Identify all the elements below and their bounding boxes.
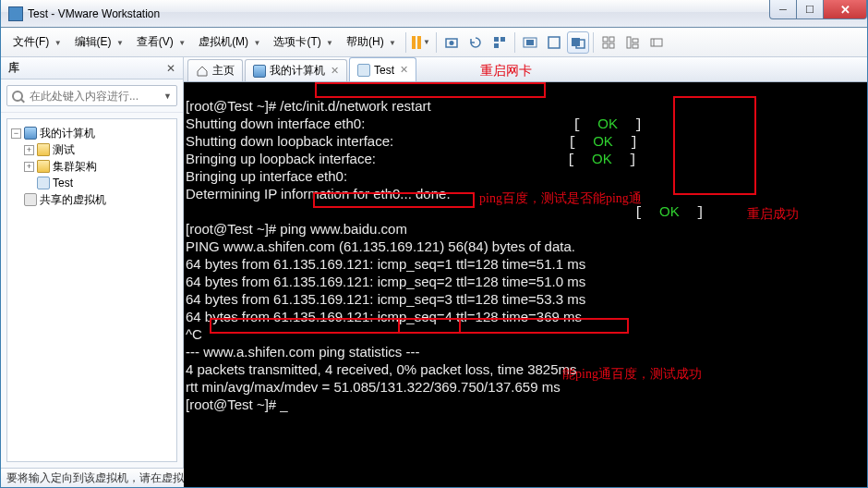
search-input[interactable] xyxy=(30,90,160,103)
menu-help[interactable]: 帮助(H) ▼ xyxy=(340,32,403,52)
sidebar-title: 库 xyxy=(8,60,19,76)
manage-button[interactable] xyxy=(488,31,511,54)
svg-rect-12 xyxy=(603,43,608,48)
annotation-ping: ping百度，测试是否能ping通 xyxy=(479,190,642,206)
svg-rect-10 xyxy=(603,37,608,42)
content-area: 库 ✕ ▼ −我的计算机 +测试 +集群架构 Test 共享的虚拟机 主页 我的… xyxy=(1,57,867,468)
tree-node-test-folder[interactable]: +测试 xyxy=(11,141,173,158)
svg-rect-15 xyxy=(633,39,638,43)
svg-rect-17 xyxy=(651,39,662,46)
search-box[interactable]: ▼ xyxy=(6,85,177,106)
separator xyxy=(436,32,437,53)
svg-rect-16 xyxy=(633,44,638,48)
menu-view[interactable]: 查看(V) ▼ xyxy=(130,32,192,52)
sidebar-header: 库 ✕ xyxy=(1,57,183,79)
app-icon xyxy=(8,6,23,21)
minimize-button[interactable]: ─ xyxy=(769,0,797,19)
svg-rect-6 xyxy=(526,40,534,45)
title-bar: Test - VMware Workstation ─ ☐ ✕ xyxy=(1,0,867,28)
close-icon[interactable]: ✕ xyxy=(400,64,408,76)
menu-bar: 文件(F) ▼ 编辑(E) ▼ 查看(V) ▼ 虚拟机(M) ▼ 选项卡(T) … xyxy=(1,28,867,57)
close-button[interactable]: ✕ xyxy=(823,0,867,19)
chevron-down-icon[interactable]: ▼ xyxy=(163,92,172,101)
tree-node-cluster[interactable]: +集群架构 xyxy=(11,158,173,175)
separator xyxy=(593,32,594,53)
sidebar: 库 ✕ ▼ −我的计算机 +测试 +集群架构 Test 共享的虚拟机 xyxy=(1,57,184,468)
library-tree: −我的计算机 +测试 +集群架构 Test 共享的虚拟机 xyxy=(6,118,177,462)
menu-file[interactable]: 文件(F) ▼ xyxy=(6,32,68,52)
svg-rect-4 xyxy=(494,43,499,48)
annotation-success: 重启成功 xyxy=(747,206,799,222)
menu-edit[interactable]: 编辑(E) ▼ xyxy=(68,32,130,52)
tab-mypc[interactable]: 我的计算机✕ xyxy=(245,59,347,81)
svg-rect-14 xyxy=(627,37,631,48)
tree-node-mypc[interactable]: −我的计算机 xyxy=(11,125,173,141)
tab-test[interactable]: Test✕ xyxy=(349,57,416,81)
svg-rect-7 xyxy=(549,37,560,48)
unity-button[interactable] xyxy=(567,31,589,54)
maximize-button[interactable]: ☐ xyxy=(796,0,824,19)
stretched-button[interactable] xyxy=(645,31,668,54)
tab-bar: 主页 我的计算机✕ Test✕ 重启网卡 xyxy=(184,57,867,82)
main-panel: 主页 我的计算机✕ Test✕ 重启网卡 [root@Test ~]# /etc… xyxy=(184,57,867,468)
svg-rect-13 xyxy=(609,43,614,48)
tab-home[interactable]: 主页 xyxy=(187,59,243,81)
tree-node-test-vm[interactable]: Test xyxy=(11,175,173,191)
revert-button[interactable] xyxy=(464,31,487,54)
sidebar-close-icon[interactable]: ✕ xyxy=(166,62,175,75)
annotation-pingok: 能ping通百度，测试成功 xyxy=(562,366,702,382)
svg-rect-2 xyxy=(494,37,499,42)
separator xyxy=(405,32,406,53)
search-icon xyxy=(12,91,23,102)
fullscreen-button[interactable] xyxy=(543,31,565,54)
menu-vm[interactable]: 虚拟机(M) ▼ xyxy=(192,32,267,52)
pause-button[interactable]: ▼ xyxy=(410,31,432,54)
sidebar-search: ▼ xyxy=(1,79,183,113)
fit-guest-button[interactable] xyxy=(519,31,541,54)
separator xyxy=(514,32,515,53)
terminal[interactable]: [root@Test ~]# /etc/init.d/network resta… xyxy=(184,82,867,488)
close-icon[interactable]: ✕ xyxy=(331,65,339,77)
menu-tabs[interactable]: 选项卡(T) ▼ xyxy=(267,32,340,52)
tree-node-shared[interactable]: 共享的虚拟机 xyxy=(11,191,173,208)
svg-rect-11 xyxy=(609,37,614,42)
thumbnail-button[interactable] xyxy=(597,31,620,54)
highlight-box xyxy=(673,96,756,195)
highlight-box xyxy=(315,82,546,98)
snapshot-button[interactable] xyxy=(440,31,463,54)
svg-rect-3 xyxy=(500,37,505,42)
library-button[interactable] xyxy=(621,31,644,54)
window-buttons: ─ ☐ ✕ xyxy=(770,0,867,19)
svg-point-1 xyxy=(449,41,453,45)
annotation-restart: 重启网卡 xyxy=(480,63,532,79)
window-title: Test - VMware Workstation xyxy=(28,7,160,20)
